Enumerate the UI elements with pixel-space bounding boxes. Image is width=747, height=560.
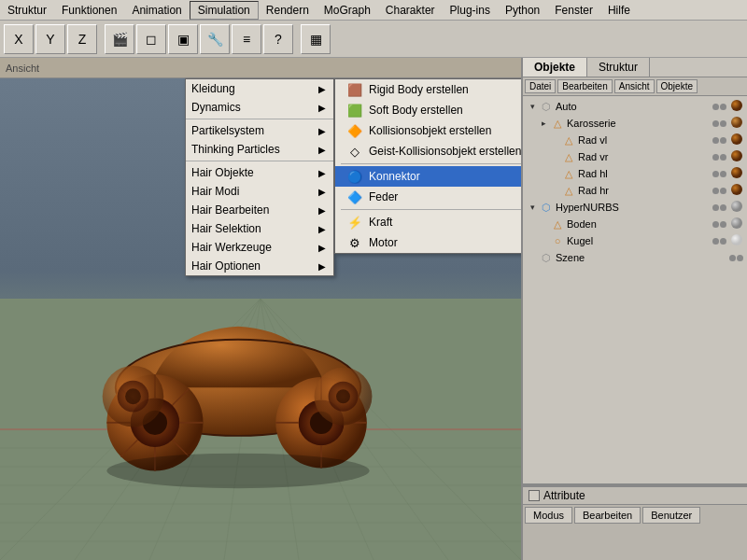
- attr-tab-modus[interactable]: Modus: [525, 507, 572, 524]
- obj-objekte-btn[interactable]: Objekte: [656, 79, 698, 93]
- submenu-kraft[interactable]: ⚡ Kraft: [335, 212, 521, 232]
- obj-row-boden[interactable]: ▸ △ Boden: [523, 216, 747, 232]
- toolbar-tool5[interactable]: ?: [263, 24, 293, 54]
- obj-row-radhr[interactable]: ▸ △ Rad hr: [523, 182, 747, 199]
- menu-partikelsystem[interactable]: Partikelsystem ▶: [186, 121, 333, 140]
- arrow-icon: ▶: [318, 145, 326, 155]
- toolbar-mode-x[interactable]: X: [4, 24, 34, 54]
- dot1: [712, 171, 719, 177]
- attr-tab-benutzer[interactable]: Benutzer: [642, 507, 700, 524]
- obj-dots-radvr: [712, 154, 726, 161]
- menu-divider: [186, 119, 333, 119]
- menu-struktur[interactable]: Struktur: [0, 2, 54, 19]
- expand-radhr[interactable]: ▸: [549, 185, 560, 196]
- objects-panel: Objekte Struktur Datei Bearbeiten Ansich…: [523, 58, 747, 485]
- car-3d-model: [37, 252, 439, 532]
- menu-hilfe[interactable]: Hilfe: [600, 2, 638, 19]
- menu-mograph[interactable]: MoGraph: [317, 2, 378, 19]
- dot1: [712, 221, 719, 228]
- obj-name-szene: Szene: [556, 252, 729, 263]
- obj-row-auto[interactable]: ▾ ⬡ Auto: [523, 98, 747, 115]
- toolbar-tool3[interactable]: 🔧: [200, 24, 230, 54]
- attr-tab-bearbeiten[interactable]: Bearbeiten: [574, 507, 641, 524]
- toolbar-tool4[interactable]: ≡: [232, 24, 261, 54]
- toolbar-clapboard[interactable]: 🎬: [105, 24, 134, 54]
- expand-kugel[interactable]: ▸: [538, 235, 549, 246]
- submenu-rigid-body[interactable]: 🟫 Rigid Body erstellen: [335, 79, 521, 100]
- submenu-feder[interactable]: 🔷 Feder: [335, 187, 521, 207]
- menu-hair-modi[interactable]: Hair Modi ▶: [186, 182, 333, 201]
- menu-python[interactable]: Python: [498, 2, 547, 19]
- attribute-checkbox[interactable]: [529, 490, 540, 501]
- menu-hair-werkzeuge[interactable]: Hair Werkzeuge ▶: [186, 238, 333, 257]
- expand-radvl[interactable]: ▸: [549, 134, 560, 146]
- dot2: [720, 120, 726, 127]
- soft-body-icon: 🟩: [346, 102, 363, 119]
- hair-modi-label: Hair Modi: [191, 185, 239, 198]
- expand-radhl[interactable]: ▸: [549, 168, 560, 179]
- obj-row-radvr[interactable]: ▸ △ Rad vr: [523, 148, 747, 165]
- submenu-konnektor[interactable]: 🔵 Konnektor: [335, 166, 521, 187]
- expand-radvr[interactable]: ▸: [549, 151, 560, 162]
- menu-hair-optionen[interactable]: Hair Optionen ▶: [186, 257, 333, 275]
- menu-funktionen[interactable]: Funktionen: [54, 2, 124, 19]
- toolbar-tool2[interactable]: ▣: [168, 24, 198, 54]
- obj-row-kugel[interactable]: ▸ ○ Kugel: [523, 232, 747, 249]
- obj-row-radvl[interactable]: ▸ △ Rad vl: [523, 132, 747, 148]
- expand-szene[interactable]: ▸: [527, 252, 538, 263]
- expand-boden[interactable]: ▸: [538, 218, 549, 230]
- viewport-area: Ansicht: [0, 58, 521, 560]
- arrow-icon: ▶: [318, 243, 326, 253]
- menu-dynamics[interactable]: Dynamics ▶: [186, 98, 333, 117]
- hair-bearbeiten-label: Hair Bearbeiten: [191, 203, 269, 217]
- kollision-label: Kollisionsobjekt erstellen: [369, 124, 491, 137]
- obj-row-hypernurbs[interactable]: ▾ ⬡ HyperNURBS: [523, 199, 747, 216]
- obj-bearbeiten-btn[interactable]: Bearbeiten: [557, 79, 612, 93]
- obj-row-szene[interactable]: ▸ ⬡ Szene: [523, 249, 747, 266]
- expand-hypernurbs[interactable]: ▾: [527, 202, 538, 213]
- obj-row-radhl[interactable]: ▸ △ Rad hl: [523, 165, 747, 182]
- dot1: [712, 137, 719, 144]
- toolbar-grid[interactable]: ▦: [301, 24, 331, 54]
- menu-fenster[interactable]: Fenster: [547, 2, 600, 19]
- submenu-kollision[interactable]: 🔶 Kollisionsobjekt erstellen: [335, 120, 521, 141]
- viewport-label: Ansicht: [6, 63, 39, 74]
- obj-ansicht-btn[interactable]: Ansicht: [614, 79, 655, 93]
- menu-rendern[interactable]: Rendern: [259, 2, 317, 19]
- rigid-body-label: Rigid Body erstellen: [369, 83, 469, 96]
- menu-charakter[interactable]: Charakter: [378, 2, 443, 19]
- expand-karosserie[interactable]: ▸: [538, 118, 549, 129]
- obj-datei-btn[interactable]: Datei: [525, 79, 556, 93]
- submenu-motor[interactable]: ⚙ Motor: [335, 232, 521, 253]
- submenu-geist[interactable]: ◇ Geist-Kollisionsobjekt erstellen: [335, 141, 521, 161]
- rigid-body-icon: 🟫: [346, 81, 363, 98]
- toolbar-mode-z[interactable]: Z: [67, 24, 97, 54]
- menu-thinking-particles[interactable]: Thinking Particles ▶: [186, 140, 333, 159]
- menu-simulation[interactable]: Simulation: [190, 1, 259, 20]
- tab-struktur[interactable]: Struktur: [587, 58, 650, 77]
- menu-hair-objekte[interactable]: Hair Objekte ▶: [186, 163, 333, 182]
- obj-dots-radhr: [712, 188, 726, 194]
- kraft-label: Kraft: [369, 216, 392, 229]
- submenu-soft-body[interactable]: 🟩 Soft Body erstellen: [335, 100, 521, 120]
- obj-dots-boden: [712, 221, 726, 228]
- arrow-icon: ▶: [318, 261, 326, 272]
- tab-objekte[interactable]: Objekte: [523, 58, 587, 77]
- menu-hair-bearbeiten[interactable]: Hair Bearbeiten ▶: [186, 201, 333, 219]
- mesh-icon-karosserie: △: [551, 117, 564, 130]
- obj-sphere-auto: [730, 99, 743, 114]
- menu-kleidung[interactable]: Kleidung ▶: [186, 79, 333, 98]
- hair-optionen-label: Hair Optionen: [191, 259, 261, 273]
- dot1: [712, 188, 719, 194]
- menu-plugins[interactable]: Plug-ins: [443, 2, 498, 19]
- svg-point-42: [336, 389, 350, 403]
- dot1: [729, 255, 736, 261]
- menu-animation[interactable]: Animation: [124, 2, 189, 19]
- kraft-icon: ⚡: [346, 214, 363, 231]
- expand-auto[interactable]: ▾: [527, 101, 538, 112]
- menu-hair-selektion[interactable]: Hair Selektion ▶: [186, 219, 333, 238]
- obj-row-karosserie[interactable]: ▸ △ Karosserie: [523, 115, 747, 132]
- toolbar-tool1[interactable]: ◻: [136, 24, 166, 54]
- toolbar-mode-y[interactable]: Y: [35, 24, 65, 54]
- motor-icon: ⚙: [346, 234, 363, 251]
